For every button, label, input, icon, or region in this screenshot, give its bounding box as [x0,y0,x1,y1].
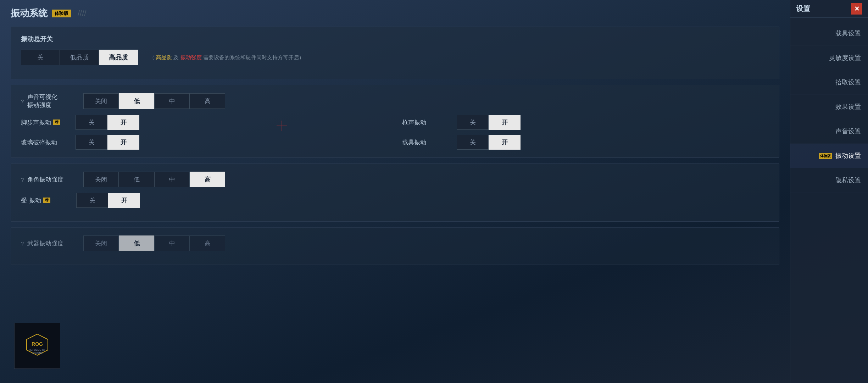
vehicle-vibration-label: 载具振动 [402,138,452,146]
sound-viz-high-btn[interactable]: 高 [190,93,225,109]
vibration-master-off-btn[interactable]: 关 [21,50,60,65]
sidebar-item-sensitivity[interactable]: 灵敏度设置 [790,46,868,70]
settings-sidebar: 设置 ✕ 载具设置 灵敏度设置 拾取设置 效果设置 声音设置 体验版 振动设置 … [790,0,868,383]
footstep-toggle-group: 关 开 [76,115,139,130]
page-title: 振动系统 [11,7,48,20]
receive-vibration-row: 受 振动 荐 关 开 [21,193,769,208]
glass-on-btn[interactable]: 开 [107,135,139,150]
sidebar-sound-label: 声音设置 [835,128,861,135]
gunshot-on-btn[interactable]: 开 [489,115,521,130]
receive-toggle-group: 关 开 [76,193,140,208]
vibration-master-section: 振动总开关 关 低品质 高品质 （ 高品质 及 振动强度 需要设备的系统和硬件同… [11,27,779,79]
sidebar-item-vehicle[interactable]: 载具设置 [790,21,868,46]
page-beta-badge: 体验版 [52,10,71,17]
sidebar-nav: 载具设置 灵敏度设置 拾取设置 效果设置 声音设置 体验版 振动设置 隐私设置 [790,18,868,383]
sidebar-pickup-label: 拾取设置 [835,79,861,86]
sidebar-privacy-label: 隐私设置 [835,177,861,184]
role-vibration-toggle-group: 关闭 低 中 高 [83,172,225,187]
glass-off-btn[interactable]: 关 [76,135,107,150]
sidebar-item-effect[interactable]: 效果设置 [790,95,868,119]
footstep-vibration-label: 脚步声振动 荐 [21,118,71,127]
weapon-vibration-high-btn[interactable]: 高 [190,235,225,251]
role-vibration-section: ? 角色振动强度 关闭 低 中 高 受 振动 荐 关 开 [11,163,779,222]
vehicle-vibration-cell: 载具振动 关 开 [402,135,769,150]
receive-off-btn[interactable]: 关 [76,193,108,208]
note-middle: 及 [173,54,179,60]
settings-close-button[interactable]: ✕ [851,3,862,15]
sound-viz-question: ? [21,98,24,104]
glass-toggle-group: 关 开 [76,135,139,150]
gunshot-toggle-group: 关 开 [457,115,521,130]
gunshot-off-btn[interactable]: 关 [457,115,489,130]
receive-on-btn[interactable]: 开 [108,193,140,208]
weapon-vibration-row: ? 武器振动强度 关闭 低 中 高 [21,235,769,251]
weapon-question-mark: ? [21,240,24,246]
receive-vibration-text2: 振动 [29,196,41,205]
footstep-off-btn[interactable]: 关 [76,115,107,130]
footstep-on-btn[interactable]: 开 [107,115,139,130]
weapon-vibration-off-btn[interactable]: 关闭 [83,235,119,251]
weapon-vibration-mid-btn[interactable]: 中 [154,235,190,251]
sidebar-item-sound[interactable]: 声音设置 [790,119,868,144]
weapon-vibration-toggle-group: 关闭 低 中 高 [83,235,225,251]
vehicle-off-btn[interactable]: 关 [457,135,489,150]
glass-vibration-cell: 玻璃破碎振动 关 开 [21,135,388,150]
footstep-label-text: 脚步声振动 [21,118,51,127]
vibration-master-label: 振动总开关 [21,35,769,43]
sound-viz-label: 声音可视化振动强度 [27,93,57,109]
main-panel: 振动系统 体验版 //// 振动总开关 关 低品质 高品质 （ 高品质 及 振动… [0,0,790,383]
weapon-vibration-section: ? 武器振动强度 关闭 低 中 高 [11,227,779,265]
role-vibration-off-btn[interactable]: 关闭 [83,172,119,187]
sidebar-item-pickup[interactable]: 拾取设置 [790,70,868,95]
sidebar-vibration-label: 振动设置 [835,152,861,159]
gunshot-vibration-label: 枪声振动 [402,118,452,127]
sidebar-vibration-beta-badge: 体验版 [819,153,832,159]
sound-viz-section: ? 声音可视化振动强度 关闭 低 中 高 脚步声振动 荐 关 开 [11,85,779,158]
gunshot-vibration-cell: 枪声振动 关 开 [402,115,769,130]
page-title-row: 振动系统 体验版 //// [11,7,779,20]
vehicle-on-btn[interactable]: 开 [489,135,521,150]
vibration-master-note: （ 高品质 及 振动强度 需要设备的系统和硬件同时支持方可开启） [149,54,304,61]
vibration-master-toggle-group: 关 低品质 高品质 [21,50,138,65]
role-vibration-label-container: ? 角色振动强度 [21,176,78,184]
footstep-vibration-cell: 脚步声振动 荐 关 开 [21,115,388,130]
role-vibration-mid-btn[interactable]: 中 [154,172,190,187]
vibration-master-row: 关 低品质 高品质 （ 高品质 及 振动强度 需要设备的系统和硬件同时支持方可开… [21,50,769,65]
note-prefix: （ [149,54,155,60]
note-highlight2: 振动强度 [180,54,202,60]
settings-title: 设置 [796,4,810,13]
receive-rec-badge: 荐 [43,198,50,203]
settings-header: 设置 ✕ [790,0,868,18]
receive-vibration-text: 受 [21,196,27,205]
sound-viz-off-btn[interactable]: 关闭 [83,93,119,109]
title-decoration: //// [78,9,86,18]
receive-vibration-label: 受 振动 荐 [21,196,71,205]
role-vibration-row: ? 角色振动强度 关闭 低 中 高 [21,172,769,187]
sound-viz-label-container: ? 声音可视化振动强度 [21,93,78,109]
weapon-vibration-label: 武器振动强度 [27,239,63,248]
weapon-vibration-label-container: ? 武器振动强度 [21,239,78,248]
role-question-mark: ? [21,177,24,183]
role-vibration-label: 角色振动强度 [27,176,63,184]
weapon-vibration-low-btn[interactable]: 低 [119,235,154,251]
sidebar-item-vibration[interactable]: 体验版 振动设置 [790,144,868,168]
vibration-master-high-btn[interactable]: 高品质 [99,50,138,65]
note-suffix: 需要设备的系统和硬件同时支持方可开启） [203,54,304,60]
vibration-master-low-btn[interactable]: 低品质 [60,50,99,65]
role-vibration-high-btn[interactable]: 高 [190,172,225,187]
footstep-rec-badge: 荐 [53,120,60,125]
sidebar-item-privacy[interactable]: 隐私设置 [790,168,868,193]
note-highlight1: 高品质 [156,54,172,60]
sound-setting-grid: 脚步声振动 荐 关 开 枪声振动 关 开 玻璃破碎振动 [21,115,769,150]
sidebar-effect-label: 效果设置 [835,103,861,110]
sound-viz-low-btn[interactable]: 低 [119,93,154,109]
sound-viz-toggle-group: 关闭 低 中 高 [83,93,225,109]
sidebar-vehicle-label: 载具设置 [835,30,861,37]
sound-viz-row: ? 声音可视化振动强度 关闭 低 中 高 [21,93,769,109]
glass-vibration-label: 玻璃破碎振动 [21,138,71,146]
sound-viz-mid-btn[interactable]: 中 [154,93,190,109]
sidebar-sensitivity-label: 灵敏度设置 [829,54,861,61]
role-vibration-low-btn[interactable]: 低 [119,172,154,187]
vehicle-toggle-group: 关 开 [457,135,521,150]
